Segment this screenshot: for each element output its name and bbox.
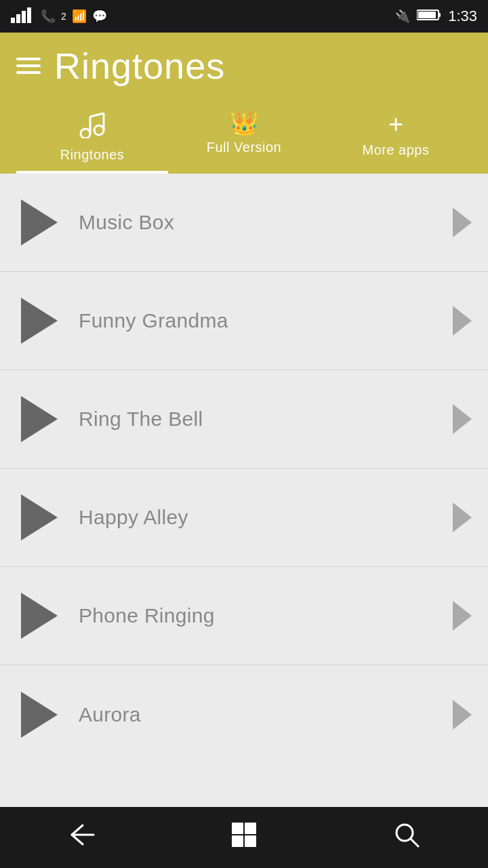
- app-header: Ringtones Ringtones 👑 Full Version + Mor…: [0, 33, 488, 174]
- status-left: 📞 2 📶 💬: [11, 7, 107, 26]
- status-right: 🔌 1:33: [395, 7, 477, 25]
- ringtone-name-3: Ring The Bell: [62, 408, 453, 431]
- play-triangle-icon: [21, 494, 58, 540]
- play-triangle-icon: [21, 396, 58, 442]
- message-icon: 💬: [92, 9, 107, 24]
- chevron-right-icon: [453, 404, 472, 434]
- svg-rect-1: [16, 14, 20, 23]
- svg-rect-5: [439, 13, 441, 17]
- play-triangle-icon: [21, 298, 58, 344]
- list-item[interactable]: Music Box: [0, 174, 488, 272]
- ringtone-name-1: Music Box: [62, 211, 453, 234]
- list-item[interactable]: Ring The Bell: [0, 370, 488, 469]
- play-button-5[interactable]: [16, 593, 62, 639]
- play-button-4[interactable]: [16, 494, 62, 540]
- play-triangle-icon: [21, 692, 58, 738]
- ringtone-name-4: Happy Alley: [62, 506, 453, 529]
- play-button-6[interactable]: [16, 692, 62, 738]
- svg-rect-14: [245, 823, 256, 834]
- tab-more-apps-label: More apps: [363, 142, 430, 158]
- hamburger-menu[interactable]: [16, 58, 41, 74]
- list-item[interactable]: Aurora: [0, 665, 488, 764]
- svg-rect-15: [232, 835, 243, 847]
- svg-rect-3: [27, 7, 31, 23]
- svg-rect-6: [418, 12, 436, 18]
- ringtone-list: Music Box Funny Grandma Ring The Bell Ha…: [0, 174, 488, 807]
- chevron-right-icon: [453, 700, 472, 730]
- signal2-label: 2: [61, 11, 66, 22]
- battery-icon: [417, 9, 441, 24]
- svg-point-7: [81, 129, 90, 138]
- back-button[interactable]: [54, 810, 108, 865]
- search-button[interactable]: [380, 810, 434, 865]
- play-button-2[interactable]: [16, 298, 62, 344]
- time-display: 1:33: [448, 7, 477, 25]
- bottom-navigation: [0, 807, 488, 868]
- search-icon: [394, 822, 420, 853]
- play-triangle-icon: [21, 199, 58, 245]
- chevron-right-icon: [453, 502, 472, 532]
- plus-icon: +: [388, 111, 403, 137]
- charge-icon: 🔌: [395, 9, 410, 24]
- tab-ringtones[interactable]: Ringtones: [16, 103, 168, 174]
- play-triangle-icon: [21, 593, 58, 639]
- svg-point-8: [94, 125, 104, 135]
- tab-full-version[interactable]: 👑 Full Version: [168, 103, 320, 174]
- svg-rect-13: [232, 823, 243, 834]
- chevron-right-icon: [453, 208, 472, 237]
- windows-logo-icon: [230, 821, 258, 854]
- list-item[interactable]: Happy Alley: [0, 469, 488, 567]
- music-icon: [79, 111, 106, 142]
- svg-rect-16: [245, 835, 256, 847]
- call-icon: 📞: [41, 9, 56, 24]
- tab-more-apps[interactable]: + More apps: [320, 103, 472, 174]
- play-button-3[interactable]: [16, 396, 62, 442]
- list-item[interactable]: Funny Grandma: [0, 272, 488, 370]
- header-title-row: Ringtones: [16, 45, 472, 87]
- tab-full-version-label: Full Version: [207, 140, 282, 155]
- crown-icon: 👑: [230, 111, 258, 134]
- svg-line-11: [90, 113, 104, 117]
- chevron-right-icon: [453, 306, 472, 336]
- tab-bar: Ringtones 👑 Full Version + More apps: [16, 103, 472, 174]
- wifi-icon: 📶: [72, 9, 87, 24]
- svg-rect-0: [11, 18, 15, 23]
- list-item[interactable]: Phone Ringing: [0, 567, 488, 665]
- back-arrow-icon: [68, 823, 95, 853]
- ringtone-name-6: Aurora: [62, 703, 453, 726]
- ringtone-name-5: Phone Ringing: [62, 604, 453, 627]
- tab-ringtones-label: Ringtones: [60, 147, 125, 163]
- status-bar: 📞 2 📶 💬 🔌 1:33: [0, 0, 488, 33]
- page-title: Ringtones: [54, 45, 225, 87]
- home-button[interactable]: [217, 810, 271, 865]
- play-button-1[interactable]: [16, 199, 62, 245]
- signal-icon: [11, 7, 35, 26]
- chevron-right-icon: [453, 601, 472, 631]
- svg-rect-2: [22, 11, 26, 23]
- ringtone-name-2: Funny Grandma: [62, 309, 453, 332]
- svg-line-18: [411, 839, 418, 846]
